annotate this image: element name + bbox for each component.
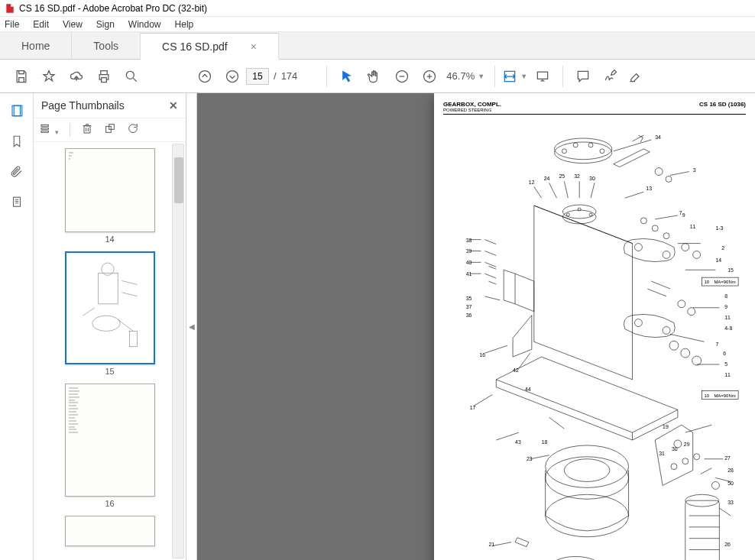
thumbnails-header: Page Thumbnails ✕: [34, 93, 186, 118]
scrollbar-thumb[interactable]: [174, 157, 183, 203]
find-button[interactable]: [118, 63, 145, 90]
thumbnail-page-15[interactable]: 15: [65, 251, 155, 376]
zoom-level-dropdown[interactable]: 46.7%▼: [443, 70, 488, 82]
print-button[interactable]: [90, 63, 118, 90]
svg-point-0: [126, 71, 134, 79]
svg-rect-14: [109, 125, 115, 130]
refresh-button[interactable]: [127, 122, 139, 138]
attachments-rail-button[interactable]: [8, 163, 25, 180]
selection-tool-button[interactable]: [333, 63, 361, 90]
menu-help[interactable]: Help: [175, 19, 194, 30]
svg-text:32: 32: [574, 173, 580, 179]
svg-point-25: [655, 168, 663, 176]
page-separator: /: [274, 70, 277, 82]
svg-text:6: 6: [723, 351, 726, 356]
fit-width-button[interactable]: ▼: [501, 63, 529, 90]
svg-text:27: 27: [724, 455, 731, 461]
page-header-subtitle: POWERED STEERING: [443, 108, 501, 112]
close-tab-icon[interactable]: ×: [251, 40, 257, 53]
menu-view[interactable]: View: [63, 19, 83, 30]
svg-rect-10: [41, 125, 48, 126]
svg-text:30: 30: [672, 446, 678, 452]
thumbnails-list[interactable]: ━━━━━━ 14 15 ━━━━ ━━━ ━━━━━━━ ━━━━━━ ━━━…: [34, 142, 186, 560]
svg-point-58: [682, 458, 689, 465]
svg-point-16: [101, 263, 113, 275]
thumbnails-rail-button[interactable]: [8, 102, 25, 119]
svg-rect-18: [129, 331, 137, 346]
svg-point-20: [555, 138, 612, 160]
sign-button[interactable]: [597, 63, 624, 90]
svg-text:26: 26: [724, 542, 731, 547]
page-down-button[interactable]: [219, 63, 246, 90]
svg-point-24: [600, 149, 604, 154]
tab-tools[interactable]: Tools: [72, 32, 141, 59]
delete-page-button[interactable]: [81, 122, 93, 138]
svg-point-26: [666, 176, 672, 182]
page-header-title: GEARBOX, COMPL.: [443, 101, 501, 108]
svg-point-48: [564, 459, 609, 482]
svg-rect-8: [14, 105, 22, 116]
svg-point-45: [692, 356, 702, 365]
svg-point-43: [669, 341, 679, 350]
star-button[interactable]: [35, 63, 63, 90]
svg-point-30: [578, 208, 581, 211]
svg-text:12: 12: [529, 180, 535, 185]
svg-point-37: [652, 225, 658, 231]
panel-collapse-button[interactable]: ◀: [186, 93, 197, 560]
thumbnail-page-16[interactable]: ━━━━ ━━━ ━━━━━━━ ━━━━━━ ━━━━━━━ ━━━━ ━━━…: [65, 384, 155, 508]
page-navigation: / 174: [246, 68, 297, 85]
svg-text:44: 44: [525, 387, 531, 392]
chevron-down-icon: ▼: [520, 73, 528, 80]
svg-text:3: 3: [693, 167, 696, 173]
rotate-page-button[interactable]: [104, 122, 116, 138]
svg-rect-55: [685, 500, 720, 560]
document-viewport[interactable]: GEARBOX, COMPL. POWERED STEERING CS 16 S…: [197, 93, 755, 560]
svg-text:25: 25: [559, 173, 565, 179]
svg-text:37: 37: [466, 304, 472, 309]
comment-button[interactable]: [569, 63, 597, 90]
chevron-down-icon: ▼: [478, 73, 485, 80]
tab-document[interactable]: CS 16 SD.pdf ×: [141, 33, 279, 60]
svg-text:11: 11: [690, 224, 696, 229]
svg-text:2: 2: [721, 245, 724, 251]
hand-tool-button[interactable]: [361, 63, 388, 90]
cloud-share-button[interactable]: [63, 63, 90, 90]
svg-point-34: [634, 319, 642, 327]
page-number-input[interactable]: [246, 68, 269, 85]
svg-text:10: 10: [705, 280, 710, 284]
svg-point-21: [562, 149, 566, 154]
tab-bar: Home Tools CS 16 SD.pdf ×: [0, 32, 755, 60]
svg-text:19: 19: [663, 424, 669, 429]
read-mode-button[interactable]: [529, 63, 556, 90]
highlight-button[interactable]: [624, 63, 646, 90]
tab-home[interactable]: Home: [0, 32, 72, 59]
menu-file[interactable]: File: [5, 19, 19, 30]
thumbnail-page-next[interactable]: [65, 516, 155, 546]
svg-text:MA=90Nm: MA=90Nm: [714, 280, 735, 284]
zoom-out-button[interactable]: [388, 63, 416, 90]
document-page: GEARBOX, COMPL. POWERED STEERING CS 16 S…: [434, 93, 755, 560]
thumbnail-options-button[interactable]: ▾: [40, 122, 59, 138]
svg-text:35: 35: [466, 296, 472, 301]
svg-point-2: [227, 70, 238, 82]
layers-rail-button[interactable]: [8, 194, 25, 211]
thumbnail-page-14[interactable]: ━━━━━━ 14: [65, 148, 155, 244]
zoom-in-button[interactable]: [416, 63, 443, 90]
save-button[interactable]: [8, 63, 35, 90]
svg-point-32: [634, 244, 642, 251]
svg-point-59: [694, 454, 700, 460]
svg-text:15: 15: [727, 267, 734, 273]
menu-window[interactable]: Window: [128, 19, 161, 30]
menu-sign[interactable]: Sign: [96, 19, 115, 30]
svg-rect-15: [98, 273, 117, 304]
menu-edit[interactable]: Edit: [33, 19, 49, 30]
svg-point-60: [711, 481, 719, 489]
acrobat-icon: [5, 3, 15, 14]
svg-text:39: 39: [466, 248, 472, 254]
close-panel-button[interactable]: ✕: [169, 99, 178, 112]
page-up-button[interactable]: [191, 63, 219, 90]
svg-point-22: [573, 143, 578, 147]
bookmarks-rail-button[interactable]: [8, 133, 25, 150]
svg-text:11: 11: [724, 372, 731, 377]
svg-text:29: 29: [684, 442, 690, 447]
